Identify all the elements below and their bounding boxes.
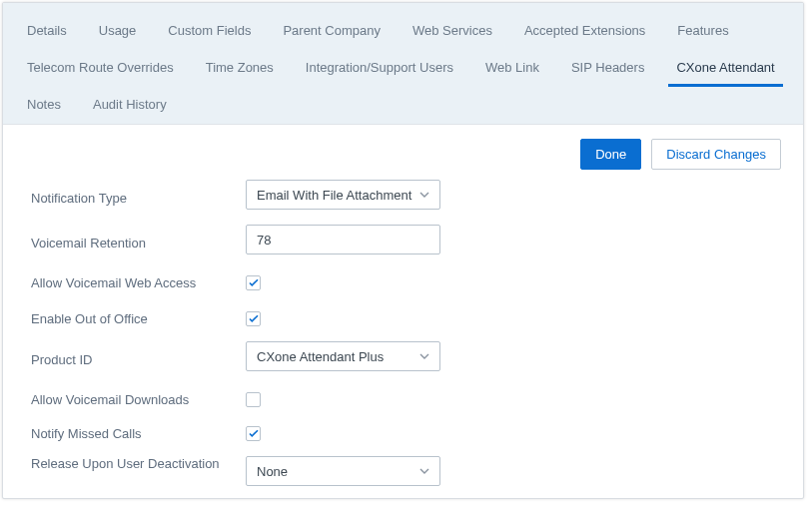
tab-features[interactable]: Features [661, 13, 744, 50]
tab-web-link[interactable]: Web Link [469, 50, 555, 87]
select-value: CXone Attendant Plus [257, 349, 384, 364]
check-icon [249, 429, 259, 438]
checkbox-allow-voicemail-downloads[interactable] [246, 392, 261, 407]
tab-usage[interactable]: Usage [83, 13, 153, 50]
tab-time-zones[interactable]: Time Zones [190, 50, 290, 87]
settings-panel: Details Usage Custom Fields Parent Compa… [2, 2, 804, 499]
label-enable-out-of-office: Enable Out of Office [31, 305, 246, 326]
tab-label: Telecom Route Overrides [27, 60, 174, 75]
select-notification-type[interactable]: Email With File Attachment [246, 180, 440, 210]
tab-label: Details [27, 23, 67, 38]
label-allow-voicemail-downloads: Allow Voicemail Downloads [31, 386, 246, 407]
checkbox-allow-voicemail-web-access[interactable] [246, 275, 261, 290]
chevron-down-icon [419, 468, 429, 474]
tab-integration-support-users[interactable]: Integration/Support Users [290, 50, 469, 87]
check-icon [249, 278, 259, 287]
tab-audit-history[interactable]: Audit History [77, 87, 183, 124]
label-release-upon-user-deactivation: Release Upon User Deactivation [31, 456, 246, 471]
check-icon [249, 314, 259, 323]
tab-label: Usage [99, 23, 137, 38]
tab-label: CXone Attendant [676, 60, 774, 75]
tab-label: Features [677, 23, 728, 38]
action-bar: Done Discard Changes [3, 125, 803, 178]
tab-notes[interactable]: Notes [11, 87, 77, 124]
chevron-down-icon [419, 353, 429, 359]
label-notify-missed-calls: Notify Missed Calls [31, 420, 246, 441]
chevron-down-icon [419, 192, 429, 198]
tab-bar: Details Usage Custom Fields Parent Compa… [3, 3, 803, 125]
tab-cxone-attendant[interactable]: CXone Attendant [660, 50, 790, 87]
input-voicemail-retention[interactable] [246, 225, 440, 254]
label-voicemail-retention: Voicemail Retention [31, 230, 246, 251]
tab-web-services[interactable]: Web Services [397, 13, 508, 50]
tab-label: Accepted Extensions [524, 23, 645, 38]
checkbox-enable-out-of-office[interactable] [246, 311, 261, 326]
select-product-id[interactable]: CXone Attendant Plus [246, 341, 440, 371]
done-button[interactable]: Done [580, 139, 641, 170]
select-value: Email With File Attachment [257, 188, 411, 203]
tab-label: Audit History [93, 97, 167, 112]
select-value: None [257, 464, 288, 479]
tab-parent-company[interactable]: Parent Company [267, 13, 397, 50]
tab-label: Web Services [412, 23, 492, 38]
checkbox-notify-missed-calls[interactable] [246, 426, 261, 441]
tab-label: Notes [27, 97, 61, 112]
tab-label: SIP Headers [571, 60, 644, 75]
tab-custom-fields[interactable]: Custom Fields [152, 13, 267, 50]
tab-accepted-extensions[interactable]: Accepted Extensions [508, 13, 661, 50]
tab-label: Time Zones [206, 60, 274, 75]
tab-label: Integration/Support Users [306, 60, 453, 75]
tab-label: Web Link [485, 60, 539, 75]
tab-telecom-route-overrides[interactable]: Telecom Route Overrides [11, 50, 190, 87]
label-notification-type: Notification Type [31, 185, 246, 206]
tab-details[interactable]: Details [11, 13, 83, 50]
label-allow-voicemail-web-access: Allow Voicemail Web Access [31, 269, 246, 290]
discard-changes-button[interactable]: Discard Changes [651, 139, 781, 170]
select-release-upon-user-deactivation[interactable]: None [246, 456, 440, 486]
tab-label: Custom Fields [168, 23, 251, 38]
tab-label: Parent Company [283, 23, 381, 38]
label-product-id: Product ID [31, 346, 246, 367]
tab-sip-headers[interactable]: SIP Headers [555, 50, 660, 87]
form-cxone-attendant: Notification Type Email With File Attach… [3, 178, 803, 507]
